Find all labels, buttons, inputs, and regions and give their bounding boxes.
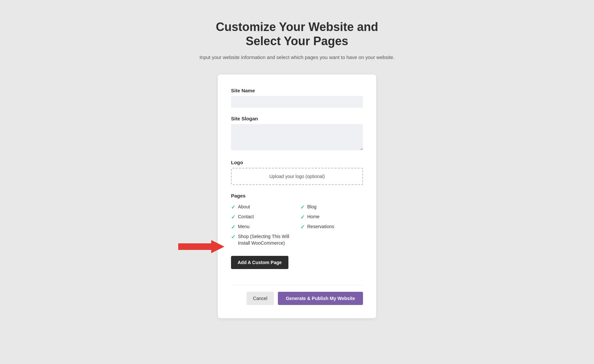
pages-label: Pages [231, 193, 363, 198]
generate-button[interactable]: Generate & Publish My Website [278, 292, 363, 305]
page-label-menu: Menu [238, 224, 249, 230]
page-title: Customize Your Website and Select Your P… [199, 20, 394, 48]
footer-actions: Cancel Generate & Publish My Website [231, 285, 363, 305]
logo-label: Logo [231, 160, 363, 165]
page-label-about: About [238, 204, 250, 210]
site-name-field: Site Name [231, 88, 363, 108]
page-item-reservations[interactable]: ✓ Reservations [300, 224, 363, 230]
page-label-shop: Shop (Selecting This Will Install WooCom… [238, 233, 294, 246]
logo-field: Logo Upload your logo (optional) [231, 160, 363, 185]
checkmark-shop: ✓ [231, 234, 235, 240]
checkmark-home: ✓ [300, 214, 305, 220]
pages-grid: ✓ About ✓ Blog ✓ Contact ✓ Home ✓ Menu [231, 204, 363, 246]
add-custom-page-button[interactable]: Add A Custom Page [231, 256, 288, 269]
checkmark-blog: ✓ [300, 204, 305, 210]
pages-field: Pages ✓ About ✓ Blog ✓ Contact ✓ Home [231, 193, 363, 277]
main-card: Site Name Site Slogan Logo Upload your l… [218, 75, 376, 318]
page-label-blog: Blog [307, 204, 316, 210]
page-label-reservations: Reservations [307, 224, 334, 230]
page-item-shop[interactable]: ✓ Shop (Selecting This Will Install WooC… [231, 233, 294, 246]
site-slogan-label: Site Slogan [231, 116, 363, 121]
page-header: Customize Your Website and Select Your P… [199, 20, 394, 61]
site-slogan-input[interactable] [231, 124, 363, 150]
page-item-home[interactable]: ✓ Home [300, 214, 363, 220]
arrow-wrapper [178, 240, 224, 253]
page-item-contact[interactable]: ✓ Contact [231, 214, 294, 220]
checkmark-reservations: ✓ [300, 224, 305, 230]
checkmark-about: ✓ [231, 204, 235, 210]
page-item-about[interactable]: ✓ About [231, 204, 294, 210]
page-item-blog[interactable]: ✓ Blog [300, 204, 363, 210]
page-label-contact: Contact [238, 214, 254, 220]
site-name-input[interactable] [231, 96, 363, 108]
svg-marker-0 [178, 240, 224, 253]
page-item-menu[interactable]: ✓ Menu [231, 224, 294, 230]
page-label-home: Home [307, 214, 319, 220]
site-name-label: Site Name [231, 88, 363, 93]
page-subtitle: Input your website information and selec… [199, 53, 394, 61]
logo-upload-button[interactable]: Upload your logo (optional) [231, 168, 363, 185]
cancel-button[interactable]: Cancel [247, 292, 274, 305]
red-arrow-icon [178, 240, 224, 253]
checkmark-contact: ✓ [231, 214, 235, 220]
checkmark-menu: ✓ [231, 224, 235, 230]
site-slogan-field: Site Slogan [231, 116, 363, 152]
